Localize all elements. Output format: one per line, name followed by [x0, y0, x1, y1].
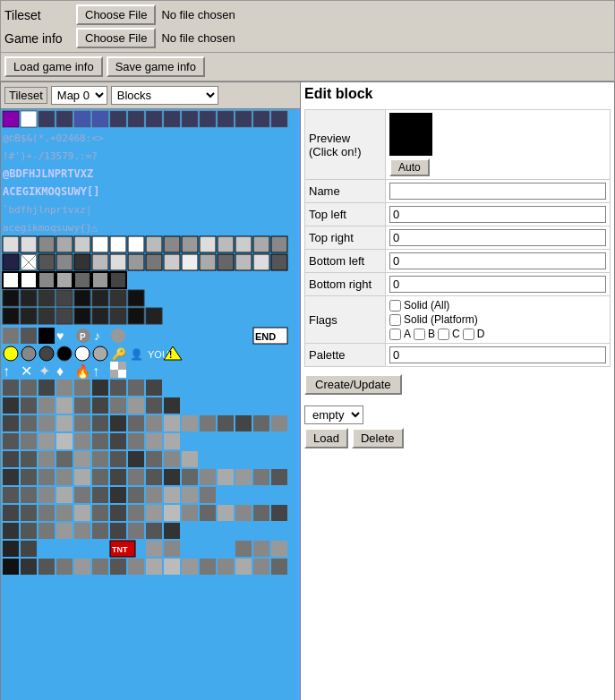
create-update-button[interactable]: Create/Update	[304, 374, 402, 395]
svg-rect-124	[74, 397, 90, 414]
svg-rect-138	[146, 415, 162, 431]
flag-a-checkbox[interactable]	[389, 329, 401, 340]
svg-rect-113	[38, 380, 55, 396]
svg-rect-3	[38, 111, 55, 127]
svg-rect-171	[74, 469, 90, 485]
svg-text:acegikmoqsuwy{}△: acegikmoqsuwy{}△	[3, 222, 98, 234]
svg-rect-82	[21, 328, 37, 344]
svg-rect-70	[110, 290, 126, 306]
svg-rect-192	[164, 487, 180, 503]
top-left-input[interactable]	[389, 206, 606, 223]
svg-rect-175	[146, 469, 162, 485]
bottom-right-label: Bottom right	[305, 273, 386, 296]
svg-rect-201	[110, 505, 126, 521]
svg-rect-77	[92, 308, 108, 324]
svg-rect-187	[74, 487, 90, 503]
svg-rect-37	[253, 236, 269, 252]
tileset-choose-file-button[interactable]: Choose File	[76, 4, 156, 25]
svg-rect-78	[110, 308, 126, 324]
svg-rect-183	[3, 487, 19, 503]
empty-dropdown[interactable]: empty	[304, 405, 363, 424]
svg-rect-215	[74, 523, 90, 539]
svg-rect-235	[92, 559, 108, 575]
flag-b-checkbox[interactable]	[414, 329, 425, 340]
svg-rect-52	[200, 254, 216, 270]
bottom-right-input[interactable]	[389, 276, 606, 293]
preview-cell[interactable]: Auto	[386, 110, 611, 180]
tileset-area[interactable]: @©B$&(*.+02468:<> !#')+-/13579.:=? @BDFH…	[1, 109, 300, 700]
flag-c-checkbox[interactable]	[438, 329, 449, 340]
auto-button[interactable]: Auto	[389, 158, 430, 176]
svg-rect-79	[128, 308, 144, 324]
svg-rect-200	[92, 505, 108, 521]
svg-rect-179	[218, 469, 234, 485]
svg-rect-213	[38, 523, 55, 539]
svg-rect-238	[146, 559, 162, 575]
top-bar: Tileset Choose File No file chosen Game …	[0, 0, 615, 81]
top-right-label: Top right	[305, 226, 386, 250]
main-container: Tileset Map 0 Map 1 Map 2 Blocks Sprites…	[0, 81, 615, 700]
load-game-info-button[interactable]: Load game info	[4, 56, 103, 77]
svg-rect-46	[92, 254, 108, 270]
name-input[interactable]	[389, 183, 606, 200]
svg-text:♦: ♦	[56, 363, 64, 379]
svg-point-93	[39, 346, 54, 361]
svg-rect-83	[38, 328, 55, 344]
palette-cell	[386, 344, 611, 367]
svg-rect-128	[146, 397, 162, 414]
svg-rect-242	[218, 559, 234, 575]
svg-rect-65	[21, 290, 37, 306]
svg-text:♪: ♪	[94, 329, 100, 343]
game-info-choose-file-button[interactable]: Choose File	[76, 28, 156, 48]
save-game-info-button[interactable]: Save game info	[107, 56, 205, 77]
edit-block-title: Edit block	[304, 86, 611, 102]
toolbar: Tileset Map 0 Map 1 Map 2 Blocks Sprites…	[1, 82, 300, 109]
svg-rect-237	[128, 559, 144, 575]
svg-rect-216	[92, 523, 108, 539]
svg-rect-56	[271, 254, 287, 270]
svg-rect-150	[74, 433, 90, 449]
svg-rect-145	[271, 415, 287, 431]
svg-rect-154	[146, 433, 162, 449]
game-info-label: Game info	[4, 31, 76, 46]
svg-rect-115	[74, 380, 90, 396]
tileset-no-file-text: No file chosen	[161, 8, 235, 21]
svg-point-95	[75, 346, 90, 361]
svg-rect-191	[146, 487, 162, 503]
svg-rect-133	[56, 415, 73, 431]
game-info-no-file-text: No file chosen	[161, 31, 235, 45]
svg-rect-220	[164, 523, 180, 539]
svg-rect-50	[164, 254, 180, 270]
right-panel: Edit block Preview (Click on!) Auto Name…	[301, 82, 614, 700]
svg-rect-60	[56, 272, 73, 288]
svg-rect-11	[182, 111, 198, 127]
top-right-input[interactable]	[389, 229, 606, 246]
palette-input[interactable]	[389, 346, 606, 363]
svg-rect-180	[235, 469, 252, 485]
svg-rect-9	[146, 111, 162, 127]
svg-text:!#')+-/13579.:=?: !#')+-/13579.:=?	[3, 150, 98, 162]
svg-rect-166	[182, 451, 198, 467]
delete-button[interactable]: Delete	[352, 428, 404, 448]
svg-rect-71	[128, 290, 144, 306]
svg-rect-25	[38, 236, 55, 252]
flag-solid-platform-checkbox[interactable]	[389, 314, 401, 326]
svg-rect-168	[21, 469, 37, 485]
svg-rect-236	[110, 559, 126, 575]
svg-rect-39	[3, 254, 19, 270]
load-button[interactable]: Load	[304, 428, 348, 448]
blocks-dropdown[interactable]: Blocks Sprites Other	[111, 86, 218, 105]
flag-solid-all-checkbox[interactable]	[389, 300, 401, 312]
svg-rect-61	[74, 272, 90, 288]
bottom-left-input[interactable]	[389, 252, 606, 269]
flag-d-checkbox[interactable]	[463, 329, 474, 340]
left-panel: Tileset Map 0 Map 1 Map 2 Blocks Sprites…	[1, 82, 301, 700]
svg-rect-228	[253, 541, 269, 557]
svg-rect-109	[110, 362, 118, 370]
map-dropdown[interactable]: Map 0 Map 1 Map 2	[51, 86, 107, 105]
preview-box[interactable]	[389, 113, 432, 156]
svg-rect-129	[164, 397, 180, 414]
svg-text:👤: 👤	[130, 347, 143, 361]
svg-rect-119	[146, 380, 162, 396]
svg-rect-43	[38, 254, 55, 270]
